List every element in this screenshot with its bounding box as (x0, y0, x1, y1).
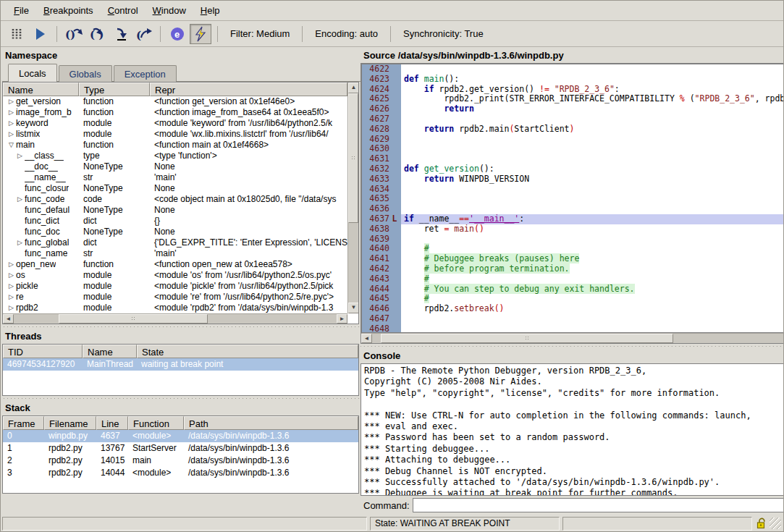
namespace-row[interactable]: ▷keywordmodule<module 'keyword' from '/u… (3, 118, 347, 129)
source-line[interactable]: 4630 (362, 144, 784, 154)
line-number-gutter[interactable]: 4633 (362, 174, 401, 185)
line-number-gutter[interactable]: 4628 (362, 124, 401, 135)
source-line[interactable]: 4631 (362, 154, 784, 164)
line-number-gutter[interactable]: 4627 (362, 114, 401, 124)
horizontal-splitter[interactable] (361, 344, 784, 349)
source-line[interactable]: 4623def main(): (362, 75, 784, 85)
go-button[interactable] (29, 24, 51, 44)
goto-button[interactable]: ( (132, 24, 154, 44)
synchronicity-button[interactable] (190, 24, 211, 44)
namespace-row[interactable]: __name__str'main' (3, 172, 347, 183)
encoding-button[interactable]: e (167, 24, 188, 44)
line-number-gutter[interactable]: 4640 (362, 244, 401, 254)
line-number-gutter[interactable]: 4631 (362, 154, 401, 164)
scroll-down-icon[interactable]: ▼ (348, 303, 359, 313)
source-line[interactable]: 4645 # (362, 294, 784, 304)
source-line[interactable]: 4622 (362, 64, 784, 75)
expander-icon[interactable]: ▷ (7, 118, 16, 129)
column-header-name[interactable]: Name (3, 83, 79, 96)
source-line[interactable]: 4632def get_version(): (362, 164, 784, 174)
horizontal-splitter[interactable] (2, 396, 361, 401)
line-number-gutter[interactable]: 4639 (362, 235, 401, 245)
tab-exception[interactable]: Exception (114, 65, 177, 82)
line-number-gutter[interactable]: 4648 (362, 324, 401, 333)
namespace-row[interactable]: ▷osmodule<module 'os' from '/usr/lib64/p… (3, 270, 347, 281)
line-number-gutter[interactable]: 4632 (362, 164, 401, 174)
tab-locals[interactable]: Locals (8, 64, 57, 82)
source-line[interactable]: 4638 ret = main() (362, 224, 784, 235)
line-number-gutter[interactable]: 4644 (362, 284, 401, 295)
namespace-row[interactable]: ▽mainfunction<function main at 0x1ef4668… (3, 140, 347, 151)
step-into-button[interactable]: ( ) (86, 24, 108, 44)
expander-icon[interactable]: ▷ (7, 281, 16, 292)
line-number-gutter[interactable]: 4642 (362, 264, 401, 274)
expander-icon[interactable]: ▽ (7, 140, 16, 151)
source-line[interactable]: 4639 (362, 235, 784, 245)
source-line[interactable]: 4636 (362, 204, 784, 214)
namespace-row[interactable]: ▷picklemodule<module 'pickle' from '/usr… (3, 281, 347, 292)
line-number-gutter[interactable]: 4636 (362, 204, 401, 214)
source-hscrollbar[interactable]: ◄ ► (361, 333, 784, 343)
column-header-function[interactable]: Function (128, 416, 184, 430)
column-header-type[interactable]: Type (79, 83, 150, 96)
line-number-gutter[interactable]: 4641 (362, 254, 401, 264)
expander-icon[interactable]: ▷ (7, 129, 16, 140)
column-header-state[interactable]: State (137, 345, 358, 358)
source-line[interactable]: 4633 return WINPDB_VERSION (362, 174, 784, 185)
line-number-gutter[interactable]: 4630 (362, 144, 401, 154)
source-line[interactable]: 4624 if rpdb2.get_version() != "RPDB_2_3… (362, 85, 784, 95)
namespace-vscrollbar[interactable]: ▲ ▼ (347, 83, 358, 313)
stack-frame-row[interactable]: 2rpdb2.py14015main/data/sys/bin/winpdb-1… (3, 455, 358, 467)
line-number-gutter[interactable]: 4624 (362, 85, 401, 95)
namespace-row[interactable]: ▷listmixmodule<module 'wx.lib.mixins.lis… (3, 129, 347, 140)
source-line[interactable]: 4626 return (362, 104, 784, 114)
namespace-row[interactable]: __doc__NoneTypeNone (3, 161, 347, 172)
source-line[interactable]: 4648 (362, 324, 784, 333)
stack-frame-row[interactable]: 1rpdb2.py13767StartServer/data/sys/bin/w… (3, 442, 358, 455)
namespace-row[interactable]: func_namestr'main' (3, 248, 347, 259)
namespace-row[interactable]: ▷image_from_bfunction<function image_fro… (3, 107, 347, 118)
source-line[interactable]: 4628 return rpdb2.main(StartClient) (362, 124, 784, 135)
menu-breakpoints[interactable]: Breakpoints (36, 2, 101, 19)
command-input[interactable] (413, 498, 784, 512)
namespace-row[interactable]: ▷open_newfunction<function open_new at 0… (3, 259, 347, 270)
source-line[interactable]: 4646 rpdb2.setbreak() (362, 304, 784, 314)
scroll-left-icon[interactable]: ◄ (361, 334, 372, 343)
column-header-name[interactable]: Name (83, 345, 137, 358)
expander-icon[interactable]: ▷ (7, 292, 16, 303)
line-number-gutter[interactable]: 4643 (362, 274, 401, 284)
expander-icon[interactable]: ▷ (7, 303, 16, 313)
line-number-gutter[interactable]: 4634 (362, 185, 401, 195)
namespace-row[interactable]: func_closurNoneTypeNone (3, 183, 347, 194)
horizontal-splitter[interactable] (2, 324, 361, 329)
namespace-row[interactable]: ▷__class__type<type 'function'> (3, 151, 347, 161)
menu-file[interactable]: File (7, 2, 36, 19)
source-line[interactable]: 4627 (362, 114, 784, 124)
expander-icon[interactable]: ▷ (15, 194, 25, 205)
source-line[interactable]: 4635 (362, 194, 784, 204)
namespace-row[interactable]: func_docNoneTypeNone (3, 227, 347, 237)
line-number-gutter[interactable]: 4626 (362, 104, 401, 114)
line-number-gutter[interactable]: 4629 (362, 135, 401, 145)
source-line[interactable]: 4625 rpdb2._print(STR_ERROR_INTERFACE_CO… (362, 94, 784, 104)
scroll-up-icon[interactable]: ▲ (348, 83, 359, 93)
source-line[interactable]: 4642 # before program termination. (362, 264, 784, 274)
menu-window[interactable]: Window (146, 2, 193, 19)
line-number-gutter[interactable]: 4647 (362, 314, 401, 324)
column-header-filename[interactable]: Filename (44, 416, 96, 430)
thread-row[interactable]: 46974534127920MainThreadwaiting at break… (3, 358, 358, 371)
current-source-line[interactable]: 4637Lif __name__=='__main__': (362, 214, 784, 224)
namespace-hscrollbar[interactable]: ◄ ► (3, 313, 347, 324)
source-line[interactable]: 4643 # (362, 274, 784, 284)
line-number-gutter[interactable]: 4645 (362, 294, 401, 304)
line-number-gutter[interactable]: 4622 (362, 64, 401, 75)
expander-icon[interactable]: ▷ (15, 151, 25, 161)
tab-globals[interactable]: Globals (59, 65, 112, 82)
expander-icon[interactable]: ▷ (15, 237, 25, 248)
resize-grip[interactable] (770, 518, 781, 529)
menu-help[interactable]: Help (193, 2, 227, 19)
break-button[interactable] (6, 24, 28, 44)
expander-icon[interactable]: ▷ (7, 270, 16, 281)
source-line[interactable]: 4647 (362, 314, 784, 324)
stack-frame-row[interactable]: 3rpdb2.py14044<module>/data/sys/bin/winp… (3, 467, 358, 479)
